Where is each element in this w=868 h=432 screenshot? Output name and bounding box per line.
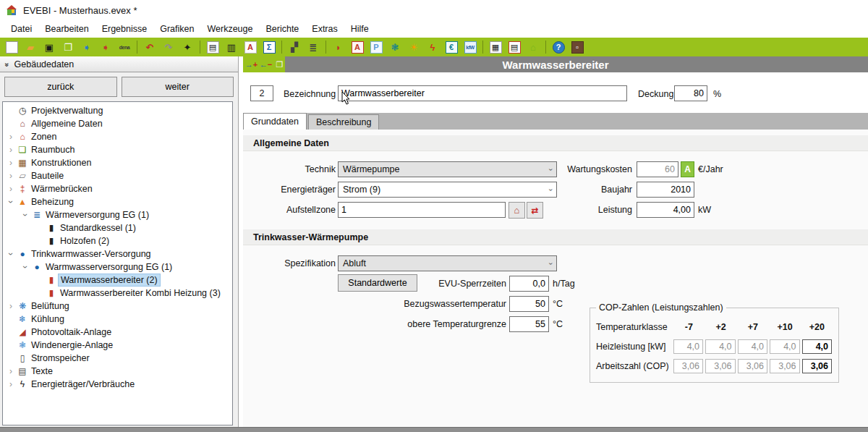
import-folder-button[interactable]: ➧	[78, 39, 95, 55]
cop-value-field[interactable]: 3,06	[738, 359, 768, 373]
redo-button[interactable]: ↷	[160, 39, 177, 55]
tree-item-windenergie[interactable]: ❃Windenergie-Anlage	[3, 339, 232, 352]
assign-remove-icon[interactable]: ←−	[260, 59, 272, 71]
tab-beschreibung[interactable]: Beschreibung	[308, 114, 379, 130]
tree-expander-icon[interactable]: ›	[6, 132, 16, 142]
undo-button[interactable]: ↶	[141, 39, 158, 55]
open-folder-button[interactable]: ▰	[22, 39, 39, 55]
next-button[interactable]: weiter	[122, 77, 234, 97]
tree-expander-icon[interactable]: ›	[6, 249, 16, 259]
document-compare-button[interactable]: ▥	[223, 39, 240, 55]
cop-value-field[interactable]: 3,06	[705, 359, 736, 373]
sum-sigma-button[interactable]: Σ	[260, 39, 278, 55]
tree-item-zonen[interactable]: ›⌂Zonen	[3, 130, 232, 143]
report-calc-button[interactable]: ▦	[487, 39, 504, 55]
sun-button[interactable]: ☀	[405, 39, 422, 55]
save-button[interactable]: ▣	[41, 39, 58, 55]
tree-item-standardkessel[interactable]: ▮Standardkessel (1)	[3, 221, 232, 234]
back-button[interactable]: zurück	[4, 77, 117, 97]
tree-item-bauteile[interactable]: ›▱Bauteile	[3, 169, 232, 182]
tree-expander-icon[interactable]: ›	[6, 301, 16, 311]
tree-item-warmwasserbereiter[interactable]: ▮Warmwasserbereiter (2)	[3, 274, 232, 287]
bezugswassertemperatur-input[interactable]	[509, 296, 549, 312]
dena-button[interactable]: dena	[116, 39, 133, 55]
menu-bearbeiten[interactable]: Bearbeiten	[38, 22, 95, 36]
tree-item-energietraeger[interactable]: ›ϟEnergieträger/Verbräuche	[3, 378, 232, 391]
ventilation-fan-button[interactable]: ❃	[386, 39, 404, 55]
tree-item-waermebruecken[interactable]: ›‡Wärmebrücken	[3, 182, 232, 195]
p-box-button[interactable]: P	[367, 39, 385, 55]
tree-expander-icon[interactable]: ›	[6, 158, 16, 168]
cop-value-field[interactable]: 3,06	[770, 359, 800, 373]
tree-item-raumbuch[interactable]: ›❏Raumbuch	[3, 143, 232, 156]
flow-diagram-button[interactable]: ▞	[286, 39, 303, 55]
tree-expander-icon[interactable]: ›	[6, 145, 16, 155]
tree-item-texte[interactable]: ›▤Texte	[3, 365, 232, 378]
document-marker-button[interactable]: ▤	[506, 39, 523, 55]
copy-record-icon[interactable]: ❐	[274, 59, 285, 71]
tree-item-warmwasserbereiter-kombi[interactable]: ▮Warmwasserbereiter Kombi Heizung (3)	[3, 287, 232, 300]
help-button[interactable]: ?	[550, 39, 567, 55]
exit-door-button[interactable]: ▫	[569, 39, 586, 55]
tree-item-photovoltaik[interactable]: ◢Photovoltaik-Anlage	[3, 326, 232, 339]
list-button[interactable]: ≣	[305, 39, 322, 55]
heating-a-box-button[interactable]: A	[349, 39, 366, 55]
assign-add-icon[interactable]: →+	[245, 59, 258, 71]
tree-item-trinkwarmwasser-versorgung[interactable]: ›●Trinkwarmwasser-Versorgung	[3, 247, 232, 261]
spezifikation-select[interactable]: Abluft ›	[338, 255, 557, 271]
tree-item-beheizung[interactable]: ›▲Beheizung	[3, 195, 232, 208]
new-file-button[interactable]	[3, 39, 20, 55]
record-number-field[interactable]: 2	[250, 85, 273, 101]
kfw-button[interactable]: kfW	[461, 39, 479, 55]
menu-extras[interactable]: Extras	[305, 22, 344, 36]
magic-wand-button[interactable]: ✦	[179, 39, 196, 55]
menu-berichte[interactable]: Berichte	[259, 22, 305, 36]
deckung-input[interactable]	[674, 85, 707, 101]
report-document-button[interactable]: ▤	[204, 39, 221, 55]
tree-expander-icon[interactable]: ›	[6, 171, 16, 181]
standardwerte-button[interactable]: Standardwerte	[338, 274, 417, 292]
cop-value-field[interactable]: 3,06	[802, 359, 833, 373]
cop-value-field[interactable]: 4,0	[738, 339, 768, 354]
tree-expander-icon[interactable]: ›	[20, 262, 30, 272]
lightning-button[interactable]: ϟ	[424, 39, 441, 55]
bezeichnung-input[interactable]	[338, 85, 627, 101]
cop-value-field[interactable]: 4,0	[770, 339, 800, 354]
menu-werkzeuge[interactable]: Werkzeuge	[200, 22, 259, 36]
tree-item-allgemeine-daten[interactable]: ⌂Allgemeine Daten	[3, 117, 232, 130]
tree-item-konstruktionen[interactable]: ›▦Konstruktionen	[3, 156, 232, 169]
sidebar-header[interactable]: » Gebäudedaten	[0, 56, 238, 72]
tree-expander-icon[interactable]: ›	[6, 184, 16, 194]
tree-item-warmwasserversorgung-eg[interactable]: ›●Warmwasserversorgung EG (1)	[3, 261, 232, 274]
tab-grunddaten[interactable]: Grunddaten	[243, 113, 307, 130]
energy-label-button[interactable]: ⌂	[524, 39, 542, 55]
cop-value-field[interactable]: 3,06	[673, 359, 704, 373]
evu-sperrzeiten-input[interactable]	[509, 276, 549, 292]
auto-value-button[interactable]: A	[681, 161, 694, 177]
tree-expander-icon[interactable]: ›	[6, 379, 16, 389]
baujahr-input[interactable]	[637, 182, 694, 198]
menu-ergebnisse[interactable]: Ergebnisse	[95, 22, 154, 36]
cop-value-field[interactable]: 4,0	[802, 339, 833, 354]
wartungskosten-input[interactable]	[637, 161, 678, 177]
menu-grafiken[interactable]: Grafiken	[153, 22, 200, 36]
leistung-input[interactable]	[637, 202, 694, 218]
house-euro-button[interactable]: €	[443, 39, 460, 55]
pdf-export-button[interactable]: A	[242, 39, 259, 55]
tree-item-waermeversorgung-eg[interactable]: ›≣Wärmeversorgung EG (1)	[3, 208, 232, 221]
tree-item-kuehlung[interactable]: ❄Kühlung	[3, 313, 232, 326]
menu-datei[interactable]: Datei	[4, 22, 38, 36]
cop-value-field[interactable]: 4,0	[673, 339, 704, 354]
tree-item-holzofen[interactable]: ▮Holzofen (2)	[3, 234, 232, 247]
copy-button[interactable]: ❐	[59, 39, 77, 55]
tree-expander-icon[interactable]: ›	[20, 210, 30, 220]
cop-value-field[interactable]: 4,0	[705, 339, 736, 354]
tree-item-stromspeicher[interactable]: ▯Stromspeicher	[3, 352, 232, 365]
tree-item-projektverwaltung[interactable]: ◷Projektverwaltung	[3, 104, 232, 117]
export-folder-button[interactable]: ➧	[97, 39, 114, 55]
tree-item-belueftung[interactable]: ›❋Belüftung	[3, 300, 232, 313]
tree-expander-icon[interactable]: ›	[6, 366, 16, 376]
tree-expander-icon[interactable]: ›	[6, 197, 16, 207]
obere-temperaturgrenze-input[interactable]	[509, 316, 549, 332]
aufstellzone-input[interactable]	[338, 202, 506, 218]
